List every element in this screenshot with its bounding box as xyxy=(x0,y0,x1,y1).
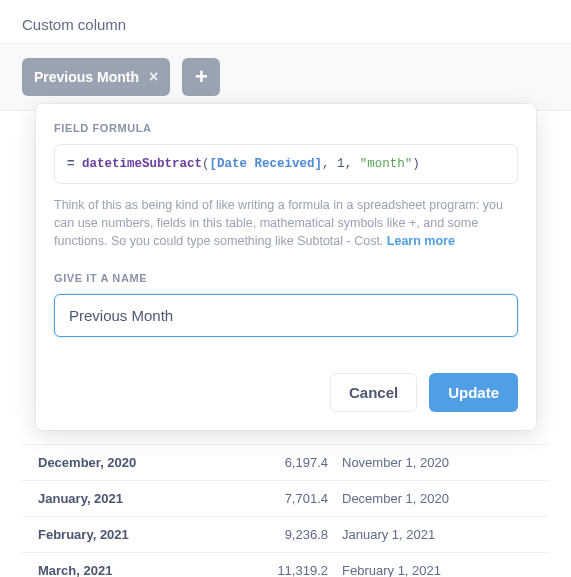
formula-sep1: , xyxy=(322,157,337,171)
formula-arg-str: "month" xyxy=(360,157,413,171)
formula-field: [Date Received] xyxy=(210,157,323,171)
learn-more-link[interactable]: Learn more xyxy=(387,234,455,248)
formula-open: ( xyxy=(202,157,210,171)
close-icon[interactable]: × xyxy=(149,69,158,85)
formula-sep2: , xyxy=(345,157,360,171)
cell-value[interactable]: 11,319.2 xyxy=(202,563,342,577)
table-row: December, 2020 6,197.4 November 1, 2020 xyxy=(22,444,549,480)
formula-close: ) xyxy=(412,157,420,171)
page-title: Custom column xyxy=(0,0,571,43)
cancel-button[interactable]: Cancel xyxy=(330,373,417,412)
cell-month[interactable]: March, 2021 xyxy=(22,563,202,577)
custom-column-modal: FIELD FORMULA = datetimeSubtract([Date R… xyxy=(36,104,536,430)
formula-fn: datetimeSubtract xyxy=(82,157,202,171)
cell-prev[interactable]: December 1, 2020 xyxy=(342,491,549,506)
formula-input[interactable]: = datetimeSubtract([Date Received], 1, "… xyxy=(54,144,518,184)
cell-prev[interactable]: February 1, 2021 xyxy=(342,563,549,577)
formula-arg-num: 1 xyxy=(337,157,345,171)
name-section-label: GIVE IT A NAME xyxy=(54,272,518,284)
column-pill-previous-month[interactable]: Previous Month × xyxy=(22,58,170,96)
add-column-button[interactable]: + xyxy=(182,58,220,96)
formula-eq: = xyxy=(67,157,82,171)
cell-prev[interactable]: November 1, 2020 xyxy=(342,455,549,470)
table-row: March, 2021 11,319.2 February 1, 2021 xyxy=(22,552,549,577)
cell-value[interactable]: 9,236.8 xyxy=(202,527,342,542)
cell-value[interactable]: 6,197.4 xyxy=(202,455,342,470)
pill-label: Previous Month xyxy=(34,69,139,85)
column-pill-row: Previous Month × + xyxy=(0,43,571,111)
table-row: January, 2021 7,701.4 December 1, 2020 xyxy=(22,480,549,516)
formula-section-label: FIELD FORMULA xyxy=(54,122,518,134)
column-name-input[interactable] xyxy=(54,294,518,337)
cell-value[interactable]: 7,701.4 xyxy=(202,491,342,506)
modal-button-row: Cancel Update xyxy=(54,373,518,412)
results-table: December, 2020 6,197.4 November 1, 2020 … xyxy=(0,444,571,577)
cell-month[interactable]: February, 2021 xyxy=(22,527,202,542)
cell-month[interactable]: January, 2021 xyxy=(22,491,202,506)
cell-prev[interactable]: January 1, 2021 xyxy=(342,527,549,542)
table-row: February, 2021 9,236.8 January 1, 2021 xyxy=(22,516,549,552)
update-button[interactable]: Update xyxy=(429,373,518,412)
formula-help-text: Think of this as being kind of like writ… xyxy=(54,196,518,250)
plus-icon: + xyxy=(195,64,208,90)
cell-month[interactable]: December, 2020 xyxy=(22,455,202,470)
